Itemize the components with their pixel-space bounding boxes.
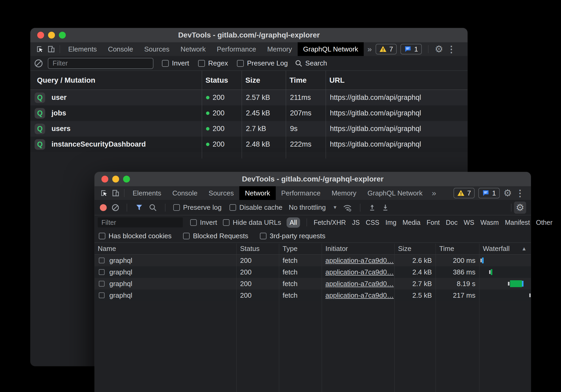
column-time[interactable]: Time [436,245,479,253]
waterfall-cell[interactable] [479,290,531,301]
tab-graphql-network[interactable]: GraphQL Network [362,186,428,200]
type-filter-ws[interactable]: WS [464,219,474,226]
warnings-badge[interactable]: 7 [376,44,397,54]
tab-performance[interactable]: Performance [211,42,262,56]
device-toolbar-icon[interactable] [110,187,121,199]
blocked-requests-checkbox-group[interactable]: Blocked Requests [183,232,248,240]
type-filter-fetch-xhr[interactable]: Fetch/XHR [314,219,346,226]
preserve-log-checkbox-group[interactable]: Preserve Log [237,59,288,67]
search-group[interactable]: Search [295,59,327,67]
filter-input[interactable] [98,217,183,227]
column-waterfall[interactable]: Waterfall ▲ [479,245,531,253]
row-checkbox[interactable] [99,258,105,263]
filter-funnel-icon[interactable] [135,203,143,212]
tab-performance[interactable]: Performance [276,186,326,200]
tab-network-selected[interactable]: Network [239,186,275,200]
type-filter-font[interactable]: Font [427,219,440,226]
type-filter-doc[interactable]: Doc [446,219,457,226]
row-checkbox[interactable] [99,269,105,275]
disable-cache-checkbox[interactable] [230,204,236,211]
clear-network-log-icon[interactable] [112,204,119,211]
third-party-requests-checkbox[interactable] [260,233,267,239]
regex-checkbox-group[interactable]: Regex [198,59,228,67]
column-name[interactable]: Name [95,245,236,253]
column-divider[interactable] [236,244,237,392]
column-divider[interactable] [286,71,286,158]
column-divider[interactable] [479,244,479,392]
preserve-log-checkbox-group[interactable]: Preserve log [173,203,222,212]
waterfall-cell[interactable] [479,255,531,266]
network-settings-button[interactable]: ⚙ [514,202,526,214]
column-time[interactable]: Time [286,76,326,85]
initiator-link[interactable]: application-a7ca9d0… [325,268,394,276]
filter-input[interactable] [48,58,153,69]
tab-memory[interactable]: Memory [262,42,298,56]
column-status[interactable]: Status [236,245,279,253]
inspect-element-icon[interactable] [34,43,46,55]
search-icon[interactable] [149,203,157,212]
row-checkbox[interactable] [99,292,105,298]
type-filter-wasm[interactable]: Wasm [480,219,499,226]
network-conditions-icon[interactable] [343,203,352,212]
titlebar[interactable]: DevTools - gitlab.com/-/graphql-explorer [30,28,467,42]
table-row[interactable]: QinstanceSecurityDashboard 200 2.48 kB 2… [30,137,467,152]
tab-graphql-network-selected[interactable]: GraphQL Network [298,42,364,56]
column-url[interactable]: URL [326,76,467,85]
column-divider[interactable] [436,244,436,392]
invert-checkbox-group[interactable]: Invert [190,218,217,227]
device-toolbar-icon[interactable] [46,43,57,55]
tab-sources[interactable]: Sources [203,186,239,200]
issues-badge[interactable]: 1 [400,44,422,54]
table-row[interactable]: graphql 200 fetch application-a7ca9d0… 2… [95,266,531,278]
hide-data-urls-checkbox[interactable] [223,219,230,226]
has-blocked-cookies-checkbox[interactable] [99,233,105,239]
settings-gear-icon[interactable]: ⚙ [503,188,512,198]
table-row[interactable]: graphql 200 fetch application-a7ca9d0… 2… [95,278,531,290]
initiator-link[interactable]: application-a7ca9d0… [325,280,394,288]
issues-badge[interactable]: 1 [478,188,499,198]
kebab-menu-icon[interactable]: ⋮ [516,189,524,198]
waterfall-cell[interactable] [479,266,531,278]
warnings-badge[interactable]: 7 [454,188,475,198]
invert-checkbox-group[interactable]: Invert [162,59,189,67]
table-row[interactable]: Qusers 200 2.7 kB 9s https://gitlab.com/… [30,121,467,137]
disable-cache-checkbox-group[interactable]: Disable cache [230,203,282,212]
import-har-icon[interactable] [368,203,376,212]
column-divider[interactable] [242,71,242,158]
column-divider[interactable] [202,71,202,158]
kebab-menu-icon[interactable]: ⋮ [447,45,455,54]
type-filter-js[interactable]: JS [352,219,360,226]
throttling-select[interactable]: No throttling ▼ [289,203,337,212]
type-filter-media[interactable]: Media [403,219,420,226]
column-divider[interactable] [279,244,279,392]
table-row[interactable]: Quser 200 2.57 kB 211ms https://gitlab.c… [30,90,467,105]
record-network-log-button[interactable] [100,204,107,211]
export-har-icon[interactable] [381,203,389,212]
clear-icon[interactable] [35,59,43,67]
initiator-link[interactable]: application-a7ca9d0… [325,291,394,299]
tab-console[interactable]: Console [102,42,139,56]
column-divider[interactable] [326,71,326,158]
hide-data-urls-checkbox-group[interactable]: Hide data URLs [223,218,281,227]
column-divider[interactable] [322,244,322,392]
tab-elements[interactable]: Elements [127,186,167,200]
more-tabs-icon[interactable]: » [364,45,376,54]
has-blocked-cookies-checkbox-group[interactable]: Has blocked cookies [99,232,171,240]
column-status[interactable]: Status [202,76,242,85]
type-filter-all-selected[interactable]: All [287,217,300,228]
more-tabs-icon[interactable]: » [428,189,440,198]
column-size[interactable]: Size [394,245,436,253]
type-filter-img[interactable]: Img [385,219,396,226]
settings-gear-icon[interactable]: ⚙ [435,44,443,54]
titlebar[interactable]: DevTools - gitlab.com/-/graphql-explorer [95,172,531,186]
column-initiator[interactable]: Initiator [322,245,394,253]
regex-checkbox[interactable] [198,60,205,67]
invert-checkbox[interactable] [162,60,169,67]
column-size[interactable]: Size [242,76,286,85]
blocked-requests-checkbox[interactable] [183,233,190,239]
invert-checkbox[interactable] [190,219,197,226]
tab-elements[interactable]: Elements [63,42,102,56]
table-row[interactable]: graphql 200 fetch application-a7ca9d0… 2… [95,255,531,266]
tab-console[interactable]: Console [167,186,203,200]
inspect-element-icon[interactable] [98,187,110,199]
